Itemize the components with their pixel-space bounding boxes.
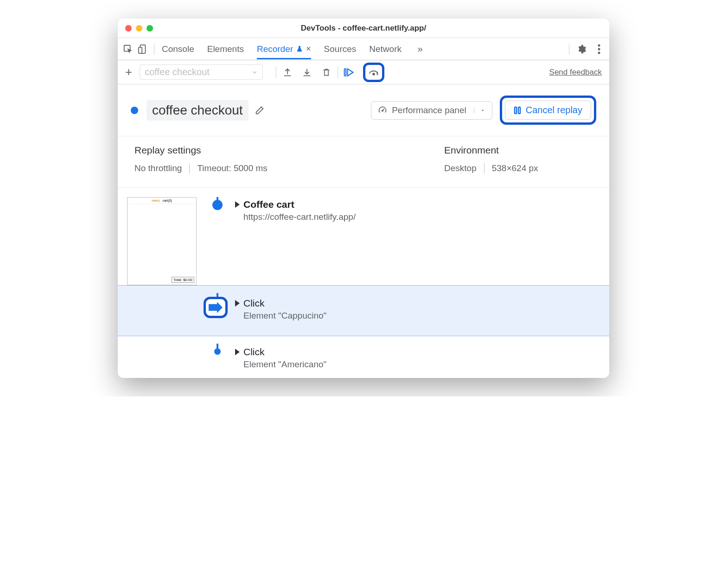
delete-icon[interactable] [321, 67, 332, 78]
step-row-active[interactable]: Click Element "Cappucino" [118, 285, 609, 336]
tab-recorder-label: Recorder [257, 44, 293, 54]
replay-icon[interactable] [344, 67, 355, 78]
tab-console[interactable]: Console [162, 39, 194, 59]
device-value: Desktop [444, 163, 477, 173]
window-title: DevTools - coffee-cart.netlify.app/ [118, 24, 609, 33]
send-feedback-link[interactable]: Send feedback [549, 68, 602, 77]
panel-tabbar: Console Elements Recorder × Sources Netw… [118, 38, 609, 60]
cancel-replay-label: Cancel replay [526, 105, 582, 115]
timeout-value[interactable]: Timeout: 5000 ms [197, 163, 267, 173]
recording-dropdown[interactable]: coffee checkout [140, 64, 263, 80]
window-controls [125, 25, 153, 32]
new-recording-button[interactable]: + [125, 65, 132, 79]
export-icon[interactable] [282, 67, 293, 78]
cancel-replay-button[interactable]: Cancel replay [505, 101, 591, 120]
expand-caret-icon[interactable] [235, 201, 240, 208]
performance-panel-label: Performance panel [392, 105, 466, 115]
minimize-window-button[interactable] [136, 25, 142, 32]
performance-panel-button[interactable]: Performance panel [371, 101, 492, 120]
settings-gear-icon[interactable] [576, 44, 587, 55]
timeline-node [214, 348, 221, 355]
recorder-toolbar: + coffee checkout Send feedback [118, 60, 609, 84]
devtools-window: DevTools - coffee-cart.netlify.app/ Cons… [118, 19, 609, 378]
settings-section: Replay settings No throttling Timeout: 5… [118, 136, 609, 188]
maximize-window-button[interactable] [147, 25, 153, 32]
gauge-icon [378, 106, 387, 115]
svg-point-7 [373, 73, 375, 75]
pause-icon [514, 106, 521, 115]
step-subtitle: Element "Americano" [243, 359, 600, 370]
expand-caret-icon[interactable] [235, 300, 240, 307]
replay-settings-heading: Replay settings [134, 145, 444, 156]
svg-point-5 [598, 51, 600, 54]
close-window-button[interactable] [125, 25, 132, 32]
svg-rect-2 [139, 47, 142, 53]
recording-dropdown-label: coffee checkout [145, 67, 210, 77]
thumbnail-total: Total: $0.00 [172, 277, 194, 283]
svg-rect-6 [344, 69, 346, 76]
chevron-down-icon [251, 69, 258, 76]
tab-recorder[interactable]: Recorder × [257, 39, 311, 59]
chevron-down-icon [474, 108, 485, 113]
titlebar: DevTools - coffee-cart.netlify.app/ [118, 19, 609, 38]
tab-elements[interactable]: Elements [207, 39, 244, 59]
flask-icon [296, 45, 303, 53]
edit-name-icon[interactable] [254, 105, 265, 116]
svg-rect-10 [518, 107, 520, 114]
current-step-arrow-icon [209, 302, 223, 313]
svg-point-3 [598, 44, 600, 46]
page-thumbnail: menucart(0) Total: $0.00 [127, 197, 197, 285]
more-tabs-icon[interactable]: » [415, 44, 426, 55]
current-step-highlight [207, 296, 228, 318]
step-title: Coffee cart [243, 199, 294, 210]
environment-heading: Environment [444, 145, 593, 156]
steps-list: menucart(0) Total: $0.00 Coffee cart htt… [118, 188, 609, 378]
step-title: Click [243, 346, 265, 358]
recording-name: coffee checkout [147, 100, 249, 121]
import-icon[interactable] [301, 67, 312, 78]
cancel-replay-highlight: Cancel replay [500, 96, 596, 125]
close-tab-icon[interactable]: × [306, 44, 311, 54]
step-subtitle: Element "Cappucino" [243, 311, 600, 321]
svg-point-8 [382, 110, 383, 111]
step-over-icon[interactable] [368, 67, 379, 78]
device-toggle-icon[interactable] [137, 44, 148, 55]
throttling-value[interactable]: No throttling [134, 163, 182, 173]
step-over-highlight [363, 63, 384, 82]
tab-network[interactable]: Network [369, 39, 402, 59]
dimensions-value: 538×624 px [492, 163, 538, 173]
svg-point-4 [598, 48, 600, 50]
tab-sources[interactable]: Sources [324, 39, 357, 59]
step-row[interactable]: menucart(0) Total: $0.00 Coffee cart htt… [127, 197, 600, 285]
inspect-icon[interactable] [122, 44, 134, 55]
step-row[interactable]: Click Element "Americano" [127, 336, 600, 378]
recording-header: coffee checkout Performance panel Cancel… [118, 84, 609, 136]
step-subtitle: https://coffee-cart.netlify.app/ [243, 212, 600, 222]
expand-caret-icon[interactable] [235, 349, 240, 355]
recording-status-indicator [131, 107, 138, 114]
kebab-menu-icon[interactable] [593, 44, 605, 55]
step-title: Click [243, 298, 265, 309]
timeline-node-start [212, 200, 223, 210]
svg-rect-9 [515, 107, 517, 114]
